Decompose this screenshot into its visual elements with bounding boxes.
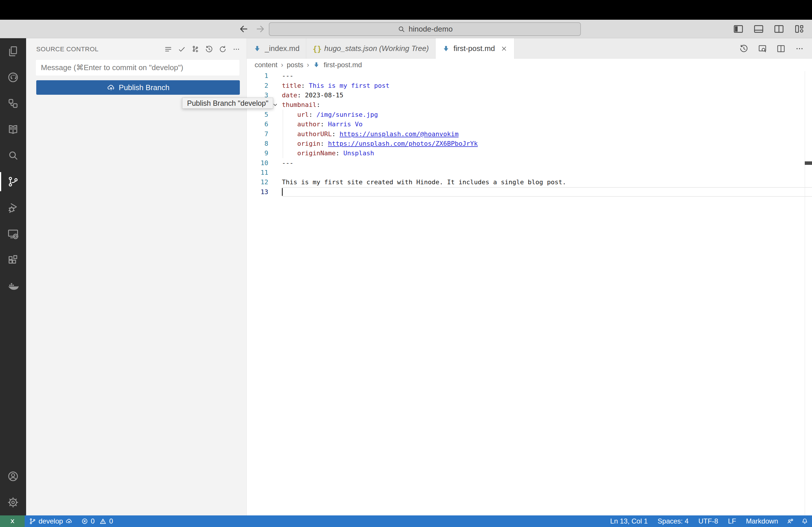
line-number: 8 xyxy=(247,140,268,147)
status-label: Spaces: 4 xyxy=(658,517,689,525)
code-line-2[interactable]: 2title: This is my first post xyxy=(247,80,812,90)
activity-bar xyxy=(0,38,26,515)
activity-bar-item-explorer[interactable] xyxy=(0,38,26,64)
view-options-icon[interactable] xyxy=(164,45,173,54)
activity-bar-item-run-debug[interactable] xyxy=(0,195,26,221)
line-number: 9 xyxy=(247,150,268,157)
search-icon xyxy=(7,149,19,162)
code-token: : xyxy=(320,140,328,147)
tab-hugo_stats.json[interactable]: {}hugo_stats.json (Working Tree) xyxy=(306,38,436,59)
status-indentation[interactable]: Spaces: 4 xyxy=(653,515,694,527)
code-text: author: Harris Vo xyxy=(282,121,362,128)
command-center[interactable]: hinode-demo xyxy=(269,22,581,36)
bell-icon xyxy=(801,517,809,525)
overview-ruler[interactable] xyxy=(805,71,812,515)
line-number: 5 xyxy=(247,111,268,118)
status-language-mode[interactable]: Markdown xyxy=(741,515,783,527)
create-branch-icon[interactable] xyxy=(191,45,200,54)
activity-bar-item-github[interactable] xyxy=(0,64,26,90)
code-token: --- xyxy=(282,159,293,167)
more-actions-icon[interactable] xyxy=(232,45,241,54)
code-text xyxy=(282,188,283,196)
overview-cursor-mark xyxy=(805,161,812,165)
workbench: SOURCE CONTROL Publish Branch _index.md{… xyxy=(0,38,812,515)
source-control-icon xyxy=(7,175,19,188)
status-cursor-position[interactable]: Ln 13, Col 1 xyxy=(605,515,652,527)
status-feedback[interactable] xyxy=(783,515,798,527)
breadcrumb-item[interactable]: posts xyxy=(287,61,303,69)
book-icon xyxy=(7,123,19,136)
activity-bar-item-source-control[interactable] xyxy=(0,169,26,195)
text-cursor xyxy=(282,188,283,196)
code-token: : xyxy=(335,150,343,157)
commit-check-icon[interactable] xyxy=(177,45,186,54)
activity-bar-item-docker[interactable] xyxy=(0,273,26,299)
line-number: 7 xyxy=(247,130,268,138)
publish-branch-label: Publish Branch xyxy=(119,83,170,92)
titlebar: hinode-demo xyxy=(0,20,812,38)
timeline-icon[interactable] xyxy=(739,44,749,54)
toggle-secondary-sidebar-icon[interactable] xyxy=(773,23,785,35)
breadcrumb[interactable]: content›posts›first-post.md xyxy=(247,59,812,71)
activity-bar-item-docs[interactable] xyxy=(0,117,26,142)
customize-layout-icon[interactable] xyxy=(794,23,805,35)
status-bell[interactable] xyxy=(798,515,812,527)
commit-message-input[interactable] xyxy=(35,59,240,76)
breadcrumb-item[interactable]: content xyxy=(255,61,277,69)
activity-bar-item-references[interactable] xyxy=(0,90,26,117)
json-file-icon: {} xyxy=(313,45,321,53)
code-line-12[interactable]: 12This is my first site created with Hin… xyxy=(247,177,812,187)
code-line-11[interactable]: 11 xyxy=(247,168,812,177)
tab-_index.md[interactable]: _index.md xyxy=(247,38,306,59)
problems-status[interactable]: 0 0 xyxy=(77,515,117,527)
code-line-3[interactable]: 3date: 2023-08-15 xyxy=(247,90,812,100)
code-token xyxy=(282,130,297,138)
code-token: : xyxy=(309,111,317,118)
code-token xyxy=(282,150,297,157)
code-line-5[interactable]: 5 url: /img/sunrise.jpg xyxy=(247,110,812,119)
code-line-4[interactable]: 4thumbnail: xyxy=(247,100,812,109)
forward-icon[interactable] xyxy=(255,24,266,34)
code-line-13[interactable]: 13 xyxy=(247,187,812,197)
open-preview-icon[interactable] xyxy=(757,44,767,54)
code-text: date: 2023-08-15 xyxy=(282,92,343,99)
code-line-1[interactable]: 1--- xyxy=(247,71,812,80)
code-token: : xyxy=(301,82,309,89)
status-bar: develop 0 0 Ln 13, Col 1Spaces: 4UTF-8LF… xyxy=(0,515,812,527)
remote-indicator[interactable] xyxy=(0,515,25,527)
code-token: This is my first site created with Hinod… xyxy=(282,179,566,186)
activity-bar-item-accounts[interactable] xyxy=(0,463,26,490)
code-line-10[interactable]: 10--- xyxy=(247,158,812,168)
activity-bar-item-search[interactable] xyxy=(0,142,26,169)
breadcrumb-item[interactable]: first-post.md xyxy=(324,61,362,69)
activity-bar-item-extensions[interactable] xyxy=(0,247,26,273)
split-editor-icon[interactable] xyxy=(776,44,786,54)
close-icon[interactable] xyxy=(500,45,508,52)
publish-branch-button[interactable]: Publish Branch xyxy=(36,80,240,95)
code-line-7[interactable]: 7 authorURL: https://unsplash.com/@hoanv… xyxy=(247,129,812,138)
code-link[interactable]: https://unsplash.com/@hoanvokim xyxy=(339,130,459,138)
refresh-icon[interactable] xyxy=(218,45,227,54)
error-icon xyxy=(81,517,88,525)
toggle-sidebar-icon[interactable] xyxy=(733,23,744,35)
branch-status[interactable]: develop xyxy=(25,515,77,527)
status-eol[interactable]: LF xyxy=(723,515,741,527)
code-editor[interactable]: 1---2title: This is my first post3date: … xyxy=(247,71,812,515)
code-line-9[interactable]: 9 originName: Unsplash xyxy=(247,148,812,158)
status-encoding[interactable]: UTF-8 xyxy=(693,515,723,527)
tab-strip: _index.md{}hugo_stats.json (Working Tree… xyxy=(247,38,812,59)
code-line-6[interactable]: 6 author: Harris Vo xyxy=(247,119,812,129)
command-center-label: hinode-demo xyxy=(409,25,453,34)
line-number: 11 xyxy=(247,169,268,176)
activity-bar-item-settings[interactable] xyxy=(0,490,26,515)
tab-first-post.md[interactable]: first-post.md xyxy=(436,38,514,59)
code-token: : xyxy=(332,130,339,138)
code-line-8[interactable]: 8 origin: https://unsplash.com/photos/ZX… xyxy=(247,139,812,148)
history-icon[interactable] xyxy=(205,45,214,54)
code-link[interactable]: https://unsplash.com/photos/ZX6BPboJrYk xyxy=(328,140,478,147)
code-text: --- xyxy=(282,72,293,79)
back-icon[interactable] xyxy=(238,24,249,34)
activity-bar-item-remote-explorer[interactable] xyxy=(0,221,26,247)
toggle-panel-icon[interactable] xyxy=(753,23,765,35)
more-actions-icon[interactable] xyxy=(795,44,804,54)
